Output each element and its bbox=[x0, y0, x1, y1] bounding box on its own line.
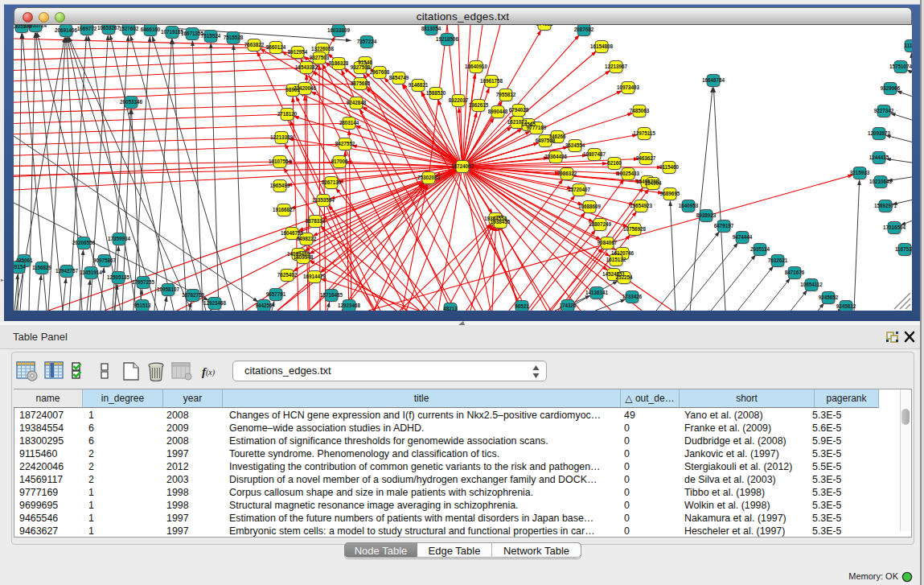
svg-text:12213967: 12213967 bbox=[605, 64, 628, 69]
svg-text:18640910: 18640910 bbox=[465, 64, 488, 69]
svg-text:20364436: 20364436 bbox=[544, 154, 568, 159]
svg-text:(x): (x) bbox=[206, 368, 216, 377]
svg-text:2967608: 2967608 bbox=[370, 69, 390, 75]
svg-text:8938923: 8938923 bbox=[696, 212, 717, 218]
svg-text:20691406: 20691406 bbox=[55, 27, 78, 33]
svg-text:9084067: 9084067 bbox=[598, 240, 618, 245]
svg-text:17957255: 17957255 bbox=[132, 279, 155, 285]
svg-text:15751074: 15751074 bbox=[889, 64, 912, 69]
svg-text:1965493: 1965493 bbox=[270, 183, 290, 188]
svg-text:9329966: 9329966 bbox=[881, 85, 901, 91]
svg-text:8813054: 8813054 bbox=[421, 26, 441, 31]
svg-text:2935114: 2935114 bbox=[750, 246, 770, 252]
svg-text:3875685: 3875685 bbox=[351, 80, 371, 86]
svg-text:974028: 974028 bbox=[536, 25, 553, 27]
svg-text:10958107: 10958107 bbox=[157, 286, 180, 292]
svg-text:8427552: 8427552 bbox=[335, 141, 355, 146]
svg-text:8454749: 8454749 bbox=[389, 75, 409, 80]
svg-text:62160: 62160 bbox=[607, 160, 622, 166]
svg-text:17016504: 17016504 bbox=[883, 225, 906, 230]
svg-text:8660124: 8660124 bbox=[266, 44, 286, 50]
svg-text:1938455: 1938455 bbox=[491, 219, 511, 225]
svg-text:1156829: 1156829 bbox=[32, 265, 52, 270]
svg-text:10653267: 10653267 bbox=[97, 25, 121, 31]
svg-text:18724007: 18724007 bbox=[451, 163, 474, 169]
svg-text:917006: 917006 bbox=[331, 159, 348, 164]
svg-text:19218506: 19218506 bbox=[436, 36, 459, 42]
svg-text:9245652: 9245652 bbox=[819, 295, 839, 300]
svg-text:16914479: 16914479 bbox=[303, 274, 326, 279]
svg-text:8912954: 8912954 bbox=[288, 49, 308, 55]
svg-text:7357224: 7357224 bbox=[357, 39, 377, 44]
svg-text:2718120: 2718120 bbox=[277, 111, 298, 117]
svg-text:18807249: 18807249 bbox=[589, 221, 612, 227]
svg-text:7663822: 7663822 bbox=[244, 42, 265, 47]
svg-text:98901: 98901 bbox=[285, 87, 300, 93]
svg-text:6498222: 6498222 bbox=[297, 236, 317, 241]
svg-text:1409948: 1409948 bbox=[294, 254, 314, 260]
svg-text:25302033: 25302033 bbox=[417, 175, 441, 180]
svg-text:11123: 11123 bbox=[905, 43, 912, 48]
svg-text:19166827: 19166827 bbox=[273, 207, 296, 212]
svg-text:6479197: 6479197 bbox=[714, 223, 734, 229]
svg-text:7986322: 7986322 bbox=[557, 171, 577, 176]
svg-text:39154: 39154 bbox=[14, 264, 26, 270]
svg-text:1615132: 1615132 bbox=[606, 257, 626, 262]
svg-text:3624554: 3624554 bbox=[565, 142, 585, 148]
svg-text:944256: 944256 bbox=[255, 303, 273, 308]
svg-text:7515524: 7515524 bbox=[201, 33, 221, 39]
svg-text:11353594: 11353594 bbox=[312, 197, 335, 203]
svg-text:10107554: 10107554 bbox=[269, 159, 292, 164]
svg-text:10210643: 10210643 bbox=[869, 179, 893, 184]
svg-text:951513: 951513 bbox=[133, 303, 151, 308]
svg-text:10973493: 10973493 bbox=[617, 84, 640, 90]
svg-text:12505135: 12505135 bbox=[107, 274, 130, 280]
svg-text:20053346: 20053346 bbox=[120, 99, 143, 105]
svg-text:2803144: 2803144 bbox=[339, 120, 359, 126]
svg-text:14136141: 14136141 bbox=[585, 290, 609, 295]
svg-text:16120746: 16120746 bbox=[611, 250, 634, 256]
svg-text:15720407: 15720407 bbox=[568, 187, 591, 192]
svg-text:12942757: 12942757 bbox=[55, 268, 79, 274]
svg-text:9463627: 9463627 bbox=[636, 155, 656, 161]
svg-text:9689695: 9689695 bbox=[660, 191, 680, 196]
svg-text:7955812: 7955812 bbox=[496, 92, 516, 97]
svg-text:12923468: 12923468 bbox=[203, 300, 227, 306]
svg-text:9245812: 9245812 bbox=[836, 303, 856, 309]
svg-text:1733426: 1733426 bbox=[622, 294, 643, 299]
svg-text:16543382: 16543382 bbox=[295, 64, 318, 70]
svg-text:11451914: 11451914 bbox=[80, 270, 102, 275]
svg-text:12923468: 12923468 bbox=[338, 303, 361, 308]
svg-text:1069772: 1069772 bbox=[77, 26, 97, 31]
svg-text:10688609: 10688609 bbox=[578, 204, 602, 209]
svg-text:9115460: 9115460 bbox=[659, 164, 680, 170]
svg-text:9657791: 9657791 bbox=[266, 291, 286, 297]
svg-text:8471676: 8471676 bbox=[785, 270, 805, 275]
svg-text:16046755: 16046755 bbox=[281, 230, 304, 236]
svg-text:9146821: 9146821 bbox=[409, 82, 429, 88]
svg-text:12213389: 12213389 bbox=[270, 134, 294, 140]
svg-text:7625402: 7625402 bbox=[277, 272, 298, 278]
svg-text:435061: 435061 bbox=[15, 257, 33, 263]
svg-text:1167534: 1167534 bbox=[895, 246, 912, 252]
svg-text:7632621: 7632621 bbox=[768, 257, 788, 263]
svg-text:174326: 174326 bbox=[559, 303, 577, 308]
svg-text:15692971: 15692971 bbox=[874, 203, 897, 208]
svg-text:19654923: 19654923 bbox=[630, 203, 653, 208]
svg-text:6794028: 6794028 bbox=[509, 107, 529, 113]
svg-text:90975867: 90975867 bbox=[93, 257, 117, 263]
svg-text:9327508: 9327508 bbox=[351, 64, 371, 70]
svg-text:24055724: 24055724 bbox=[24, 25, 47, 28]
svg-text:8322037: 8322037 bbox=[449, 97, 469, 103]
svg-text:8267130: 8267130 bbox=[322, 179, 342, 185]
svg-text:3215933: 3215933 bbox=[850, 170, 870, 175]
svg-text:9327503: 9327503 bbox=[310, 55, 330, 60]
svg-text:9474444: 9474444 bbox=[733, 234, 753, 240]
svg-text:48213: 48213 bbox=[443, 306, 458, 311]
svg-text:13226058: 13226058 bbox=[311, 46, 335, 51]
svg-text:10654112: 10654112 bbox=[800, 282, 823, 287]
svg-text:1588520: 1588520 bbox=[426, 90, 446, 96]
svg-text:7515528: 7515528 bbox=[224, 35, 244, 40]
svg-text:252254: 252254 bbox=[615, 274, 633, 280]
svg-text:154904: 154904 bbox=[644, 180, 662, 186]
